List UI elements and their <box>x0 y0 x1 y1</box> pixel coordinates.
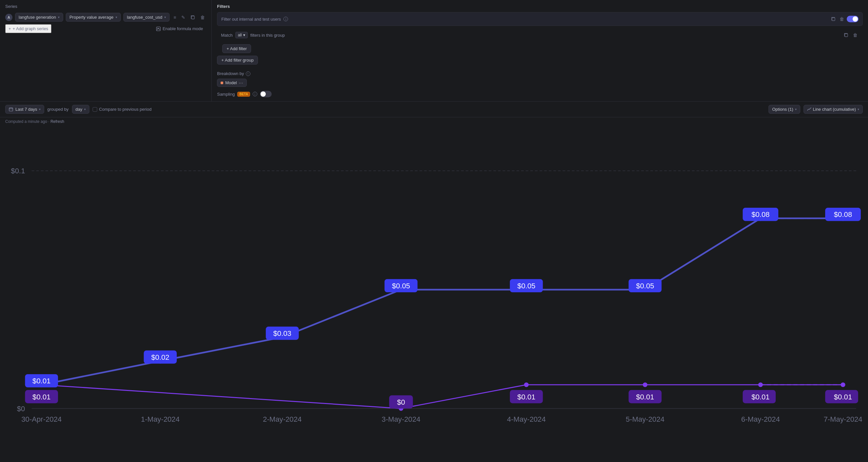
copy-icon-btn[interactable] <box>189 14 196 21</box>
svg-rect-2 <box>832 18 835 21</box>
purple-point-7 <box>840 382 845 387</box>
compare-checkbox[interactable]: Compare to previous period <box>93 107 152 112</box>
sampling-info-icon[interactable]: i <box>253 92 257 96</box>
purple-point-6 <box>758 382 763 387</box>
add-filter-label: + Add filter <box>226 46 247 51</box>
delete-icon-btn[interactable]: 🗑 <box>199 13 206 21</box>
property-dropdown-label: langfuse_cost_usd <box>127 15 162 20</box>
blue-label-7: $0.08 <box>834 210 852 219</box>
refresh-link[interactable]: Refresh <box>51 119 64 124</box>
computed-info: Computed a minute ago · Refresh <box>0 117 868 124</box>
breakdown-info-icon[interactable]: i <box>246 71 250 76</box>
aggregation-dropdown-label: Property value average <box>69 15 113 20</box>
info-icon[interactable]: i <box>283 17 288 21</box>
match-row: Match all ▾ filters in this group 🗑 <box>217 29 863 41</box>
series-label: Series <box>5 4 17 9</box>
chevron-down-icon: ▾ <box>58 16 60 19</box>
blue-label-1: $0.02 <box>151 353 169 362</box>
chevron-down-icon: ▾ <box>84 108 86 111</box>
match-all-dropdown[interactable]: all ▾ <box>235 32 248 38</box>
group-unit-label: day <box>75 107 83 112</box>
delete-filter-icon-btn[interactable]: 🗑 <box>838 15 845 23</box>
source-dropdown[interactable]: langfuse generation ▾ <box>15 13 63 22</box>
filter-row-text: Filter out internal and test users <box>221 17 281 22</box>
plus-icon: + <box>8 26 11 31</box>
aggregation-dropdown[interactable]: Property value average ▾ <box>66 13 120 22</box>
time-range-label: Last 7 days <box>16 107 37 112</box>
options-button[interactable]: Options (1) ▾ <box>769 105 800 114</box>
series-row: Series <box>5 4 206 9</box>
chart-toolbar: Last 7 days ▾ grouped by day ▾ Compare t… <box>0 102 868 117</box>
filter-row-internal-users: Filter out internal and test users i 🗑 <box>217 12 863 26</box>
copy-filter-icon-btn[interactable] <box>830 16 837 23</box>
svg-rect-3 <box>845 34 848 37</box>
property-dropdown[interactable]: langfuse_cost_usd ▾ <box>123 13 169 22</box>
copy-group-icon-btn[interactable] <box>842 31 850 39</box>
add-filter-button[interactable]: + Add filter <box>222 44 251 53</box>
purple-point-4 <box>524 382 529 387</box>
svg-rect-4 <box>9 108 13 111</box>
add-filter-group-label: + Add filter group <box>221 58 254 63</box>
filter-toggle[interactable] <box>847 16 859 22</box>
chevron-down-icon: ▾ <box>795 108 797 111</box>
formula-mode-label: Enable formula mode <box>163 26 203 31</box>
series-avatar: A <box>5 14 12 21</box>
chart-svg: $0.1 $0 30-Apr-2024 1-May-2024 2-May-202… <box>5 127 863 452</box>
purple-point-5 <box>643 382 647 387</box>
chart-type-button[interactable]: Line chart (cumulative) ▾ <box>804 105 863 114</box>
purple-label-0: $0.01 <box>32 393 51 401</box>
x-label-3: 3-May-2024 <box>382 415 420 423</box>
filters-in-group-text: filters in this group <box>250 33 285 38</box>
match-value: all <box>238 33 242 37</box>
chart-type-label: Line chart (cumulative) <box>813 107 856 112</box>
purple-label-4: $0.01 <box>517 393 535 401</box>
add-series-button[interactable]: + + Add graph series <box>5 24 52 33</box>
beta-badge: BETA <box>237 92 250 97</box>
top-section: Series A langfuse generation ▾ Property … <box>0 0 868 102</box>
x-label-2: 2-May-2024 <box>263 415 302 423</box>
group-unit-dropdown[interactable]: day ▾ <box>72 105 89 114</box>
purple-label-6: $0.01 <box>751 393 770 401</box>
blue-label-5: $0.05 <box>636 282 654 290</box>
y-zero-label: $0 <box>17 405 25 413</box>
chart-panel: Last 7 days ▾ grouped by day ▾ Compare t… <box>0 102 868 462</box>
filter-row-actions: 🗑 <box>830 15 859 23</box>
match-label: Match <box>221 33 232 38</box>
compare-label: Compare to previous period <box>99 107 152 112</box>
sampling-toggle[interactable] <box>260 91 272 97</box>
breakdown-section: Breakdown by i Model ··· <box>217 71 863 87</box>
time-range-dropdown[interactable]: Last 7 days ▾ <box>5 105 44 114</box>
purple-label-7: $0.01 <box>834 393 852 401</box>
sampling-row: Sampling BETA i <box>217 91 863 97</box>
add-filter-group-button[interactable]: + Add filter group <box>217 56 258 64</box>
chevron-down-icon: ▾ <box>858 108 859 111</box>
chevron-down-icon: ▾ <box>164 16 166 19</box>
x-label-5: 5-May-2024 <box>626 415 664 423</box>
compare-checkbox-box <box>93 107 97 112</box>
x-label-1: 1-May-2024 <box>141 415 179 423</box>
blue-label-6: $0.08 <box>751 210 770 219</box>
y-max-label: $0.1 <box>11 167 25 175</box>
filter-row-left: Filter out internal and test users i <box>221 17 830 22</box>
x-label-7: 7-May-2024 <box>824 415 862 423</box>
ellipsis-icon[interactable]: ··· <box>239 80 244 85</box>
edit-icon-btn[interactable]: ✎ <box>180 13 187 21</box>
options-label: Options (1) <box>772 107 793 112</box>
blue-label-4: $0.05 <box>517 282 535 290</box>
grouped-by-text: grouped by <box>48 107 69 112</box>
purple-line <box>41 385 843 409</box>
series-controls-row: A langfuse generation ▾ Property value a… <box>5 13 206 22</box>
separator: · <box>48 119 49 124</box>
chart-toolbar-right: Options (1) ▾ Line chart (cumulative) ▾ <box>769 105 863 114</box>
delete-group-icon-btn[interactable]: 🗑 <box>851 31 859 39</box>
add-series-label: + Add graph series <box>13 26 49 31</box>
x-label-0: 30-Apr-2024 <box>21 415 62 423</box>
main-layout: Series A langfuse generation ▾ Property … <box>0 0 868 462</box>
blue-label-2: $0.03 <box>273 329 291 338</box>
x-label-4: 4-May-2024 <box>507 415 546 423</box>
enable-formula-mode-button[interactable]: Enable formula mode <box>153 25 207 33</box>
chevron-down-icon: ▾ <box>39 108 40 111</box>
filter-icon-btn[interactable]: ≡ <box>172 13 177 21</box>
blue-label-3: $0.05 <box>392 282 410 290</box>
sampling-label: Sampling <box>217 92 235 97</box>
